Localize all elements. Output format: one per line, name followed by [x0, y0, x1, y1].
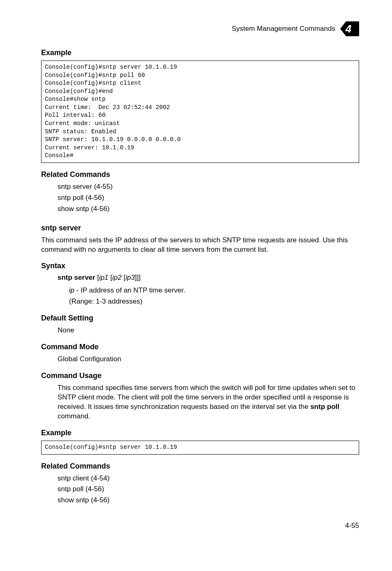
mode-value: Global Configuration — [58, 355, 359, 364]
heading-default: Default Setting — [41, 314, 359, 323]
heading-example-1: Example — [41, 49, 359, 57]
related-link-2: sntp poll (4-56) — [58, 193, 359, 203]
command-description: This command sets the IP address of the … — [41, 236, 359, 255]
related2-link-1: sntp client (4-54) — [58, 474, 359, 483]
heading-related-1: Related Commands — [41, 170, 359, 179]
usage-text: This command specifies time servers from… — [58, 383, 359, 421]
code-block-2: Console(config)#sntp server 10.1.0.19 — [41, 441, 359, 455]
page-number: 4-55 — [41, 522, 359, 530]
code-block-1: Console(config)#sntp server 10.1.0.19 Co… — [41, 60, 359, 163]
heading-example-2: Example — [41, 429, 359, 437]
syntax-command: sntp server — [58, 274, 95, 281]
syntax-line: sntp server [ip1 [ip2 [ip3]]] — [58, 274, 359, 282]
related-link-1: sntp server (4-55) — [58, 182, 359, 192]
usage-bold-cmd: sntp poll — [310, 403, 339, 411]
syntax-args: [ip1 [ip2 [ip3]]] — [95, 274, 141, 281]
page-header: System Management Commands 4 — [41, 21, 359, 37]
chapter-badge: 4 — [340, 21, 359, 37]
related-link-3: show sntp (4-56) — [58, 204, 359, 214]
heading-syntax: Syntax — [41, 262, 359, 270]
heading-mode: Command Mode — [41, 343, 359, 351]
syntax-range: (Range: 1-3 addresses) — [69, 297, 359, 306]
heading-usage: Command Usage — [41, 371, 359, 380]
chapter-number: 4 — [346, 23, 351, 35]
command-title: sntp server — [41, 224, 359, 232]
section-title: System Management Commands — [232, 25, 335, 33]
related2-link-3: show sntp (4-56) — [58, 496, 359, 505]
heading-related-2: Related Commands — [41, 462, 359, 471]
syntax-ip-rest: - IP address of an NTP time server. — [74, 286, 185, 294]
syntax-ip-word: ip — [69, 286, 74, 294]
related2-link-2: sntp poll (4-56) — [58, 485, 359, 494]
usage-part2: command. — [58, 412, 90, 420]
syntax-ip-desc: ip - IP address of an NTP time server. — [69, 286, 359, 295]
page-root: System Management Commands 4 Example Con… — [0, 0, 392, 550]
default-value: None — [58, 326, 359, 335]
